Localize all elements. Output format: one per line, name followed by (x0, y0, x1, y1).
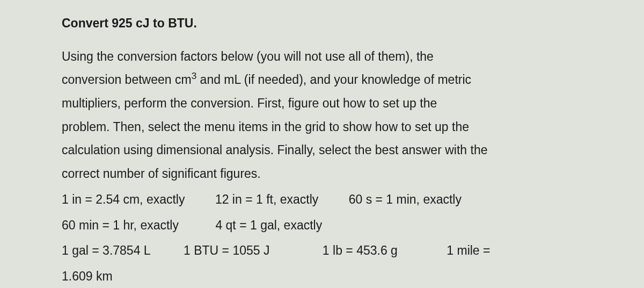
instruction-line-2-post: and mL (if needed), and your knowledge o… (196, 73, 471, 87)
factor-gal-l: 1 gal = 3.7854 L (62, 239, 151, 263)
instruction-line-6: correct number of significant figures. (0, 162, 582, 186)
instruction-line-2-pre: conversion between cm (62, 73, 192, 87)
factor-lb-g: 1 lb = 453.6 g (323, 239, 398, 263)
instructions-block: Using the conversion factors below (you … (0, 45, 582, 186)
conversion-factors-row-3: 1 gal = 3.7854 L 1 BTU = 1055 J 1 lb = 4… (0, 239, 582, 263)
instruction-line-3: multipliers, perform the conversion. Fir… (0, 92, 582, 116)
instruction-line-5: calculation using dimensional analysis. … (0, 139, 582, 162)
factor-mile-km-part2: 1.609 km (62, 265, 113, 288)
factor-mile-km-part1: 1 mile = (447, 239, 490, 263)
superscript-3: 3 (192, 71, 197, 82)
instruction-line-4: problem. Then, select the menu items in … (0, 116, 582, 139)
conversion-factors-row-1: 1 in = 2.54 cm, exactly 12 in = 1 ft, ex… (0, 188, 582, 212)
factor-s-min: 60 s = 1 min, exactly (349, 188, 462, 212)
factor-in-cm: 1 in = 2.54 cm, exactly (62, 188, 185, 212)
conversion-factors-row-4: 1.609 km (0, 265, 582, 288)
instruction-line-1: Using the conversion factors below (you … (0, 45, 582, 69)
problem-heading: Convert 925 cJ to BTU. (62, 12, 582, 35)
instruction-line-2: conversion between cm3 and mL (if needed… (0, 68, 582, 92)
factor-in-ft: 12 in = 1 ft, exactly (215, 188, 318, 212)
conversion-factors-row-2: 60 min = 1 hr, exactly 4 qt = 1 gal, exa… (0, 214, 582, 237)
factor-min-hr: 60 min = 1 hr, exactly (62, 214, 179, 237)
factor-qt-gal: 4 qt = 1 gal, exactly (215, 214, 322, 237)
factor-btu-j: 1 BTU = 1055 J (184, 239, 269, 263)
